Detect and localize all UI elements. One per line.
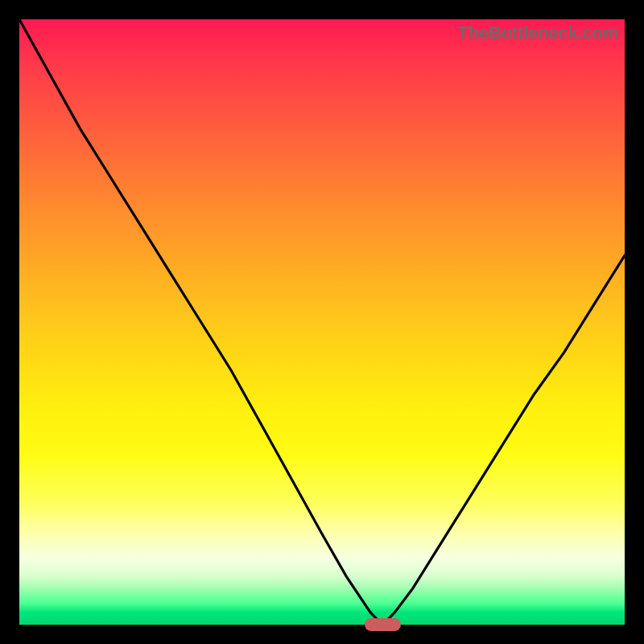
chart-container: TheBottleneck.com: [0, 0, 644, 644]
curve-svg: [19, 19, 625, 625]
optimal-marker: [365, 618, 401, 631]
bottleneck-curve: [19, 19, 625, 625]
plot-area: TheBottleneck.com: [19, 19, 625, 625]
